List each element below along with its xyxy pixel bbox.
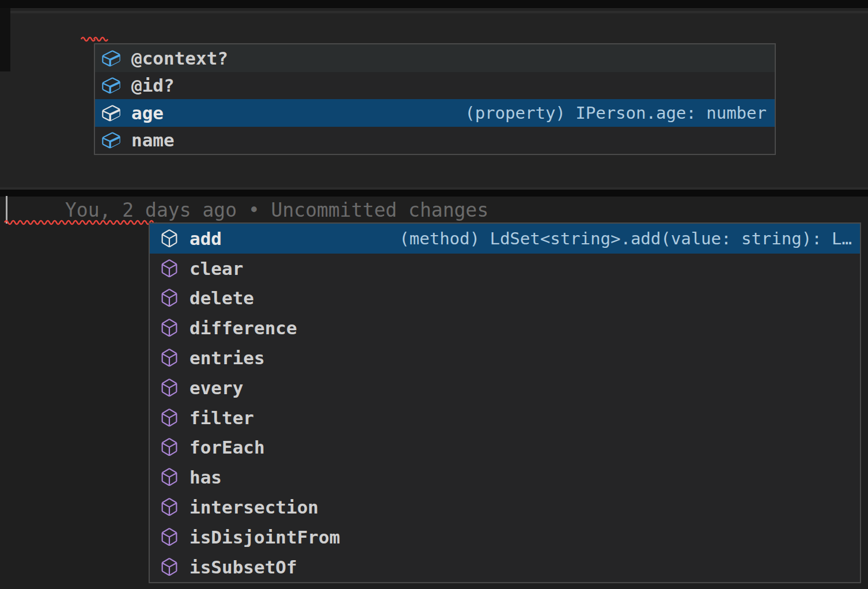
suggestion-label: entries: [189, 348, 265, 368]
suggestion-detail: (method) LdSet<string>.add(value: string…: [399, 229, 852, 248]
suggestion-label: has: [189, 467, 222, 488]
symbol-method-icon: [159, 288, 180, 308]
symbol-field-icon: [101, 75, 122, 96]
suggestion-item[interactable]: add (method) LdSet<string>.add(value: st…: [150, 224, 860, 254]
suggestion-item[interactable]: isDisjointFrom: [150, 522, 860, 552]
suggestion-item[interactable]: age (property) IPerson.age: number: [95, 99, 775, 127]
symbol-method-icon: [159, 377, 180, 398]
suggestion-label: filter: [189, 407, 254, 428]
error-squiggle: [5, 218, 142, 224]
suggestion-item[interactable]: name: [95, 127, 775, 154]
suggestion-detail: (property) IPerson.age: number: [465, 103, 767, 123]
suggestion-item[interactable]: isSubsetOf: [150, 552, 860, 582]
code-editor: @context? @id? age: [0, 0, 868, 589]
symbol-method-icon: [159, 467, 180, 488]
suggest-widget-top: @context? @id? age: [94, 43, 776, 155]
symbol-method-icon: [159, 557, 180, 577]
suggestion-label: difference: [189, 318, 297, 338]
suggestion-label: clear: [189, 258, 243, 279]
suggestion-item[interactable]: filter: [150, 403, 860, 433]
suggestion-label: add: [189, 228, 222, 249]
symbol-field-icon: [101, 103, 122, 123]
symbol-field-icon: [101, 48, 122, 69]
suggestion-item[interactable]: @id?: [95, 72, 775, 100]
error-squiggle: [81, 35, 93, 41]
symbol-method-icon: [159, 437, 180, 458]
suggestion-label: isSubsetOf: [189, 557, 297, 577]
suggestion-label: delete: [189, 288, 254, 308]
symbol-field-icon: [101, 130, 122, 150]
window-top-edge: [0, 0, 868, 8]
left-edge: [0, 8, 10, 71]
symbol-method-icon: [159, 258, 180, 279]
symbol-method-icon: [159, 318, 180, 338]
suggestion-item[interactable]: delete: [150, 284, 860, 314]
suggestion-label: every: [189, 377, 243, 398]
suggestion-label: age: [131, 103, 164, 123]
suggestion-label: @context?: [131, 48, 228, 69]
symbol-method-icon: [159, 497, 180, 518]
suggestion-item[interactable]: has: [150, 462, 860, 492]
suggestion-label: forEach: [189, 437, 265, 458]
top-seam-line: [0, 11, 868, 13]
suggestion-item[interactable]: clear: [150, 254, 860, 284]
symbol-method-icon: [159, 527, 180, 548]
suggestion-item[interactable]: intersection: [150, 492, 860, 522]
symbol-method-icon: [159, 348, 180, 368]
suggestion-item[interactable]: forEach: [150, 433, 860, 463]
suggestion-label: @id?: [131, 75, 175, 96]
symbol-method-icon: [159, 407, 180, 428]
suggestion-label: name: [131, 130, 175, 150]
suggestion-item[interactable]: every: [150, 373, 860, 403]
git-blame-annotation: You, 2 days ago • Uncommitted changes: [65, 199, 488, 221]
error-squiggle: [94, 35, 105, 41]
suggest-widget-bottom: add (method) LdSet<string>.add(value: st…: [149, 222, 861, 583]
suggestion-item[interactable]: @context?: [95, 44, 775, 72]
suggestion-label: isDisjointFrom: [189, 527, 340, 548]
suggestion-label: intersection: [189, 497, 319, 518]
suggestion-item[interactable]: difference: [150, 313, 860, 343]
symbol-method-icon: [159, 228, 180, 249]
suggestion-item[interactable]: entries: [150, 343, 860, 373]
